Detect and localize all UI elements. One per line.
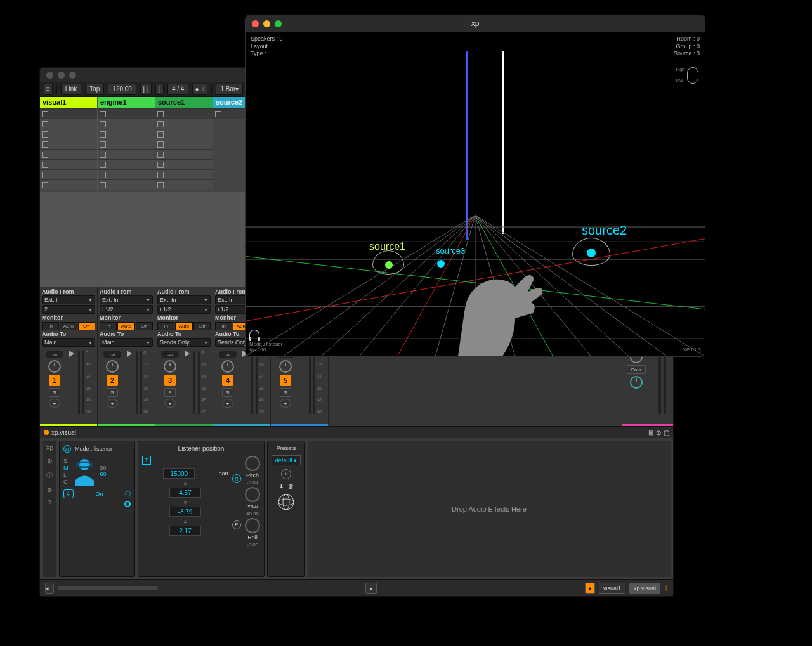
selected-track-label[interactable]: visual1: [599, 583, 625, 594]
mic-icon[interactable]: ⇩: [63, 489, 74, 498]
gain-readout[interactable]: -∞: [219, 351, 237, 358]
x-field[interactable]: 4.57: [169, 488, 201, 498]
audio-from-select[interactable]: Ext. In▼: [100, 295, 153, 304]
device-on-icon[interactable]: [44, 430, 49, 435]
device-save-icon[interactable]: ⊙: [656, 429, 661, 436]
audio-to-select[interactable]: Main▼: [100, 338, 153, 347]
clip-slot[interactable]: [40, 169, 97, 179]
solo-button[interactable]: S: [164, 388, 176, 397]
m-label[interactable]: M: [63, 465, 69, 471]
clip-slot[interactable]: [40, 129, 97, 139]
cue-knob[interactable]: [630, 376, 643, 389]
gain-readout[interactable]: -∞: [103, 351, 121, 358]
clip-slot[interactable]: [98, 159, 155, 169]
traffic-light-max[interactable]: [69, 72, 76, 79]
clip-slot[interactable]: [98, 179, 155, 190]
monitor-off[interactable]: Off: [78, 322, 95, 330]
yaw-dial[interactable]: [245, 487, 260, 502]
link-button[interactable]: Link: [61, 84, 81, 95]
clip-slot[interactable]: [155, 149, 213, 159]
master-fader[interactable]: [657, 351, 671, 414]
solo-button[interactable]: Solo: [627, 365, 646, 374]
record-arm-button[interactable]: ●: [49, 399, 60, 408]
monitor-off[interactable]: Off: [193, 322, 211, 330]
roll-dial[interactable]: [245, 518, 260, 533]
small-info-icon[interactable]: ⓘ: [125, 490, 131, 498]
y-field[interactable]: -3.79: [169, 507, 201, 517]
pan-knob[interactable]: [279, 360, 292, 373]
traffic-light-close[interactable]: [252, 20, 259, 27]
clip-slot[interactable]: [40, 149, 97, 159]
monitor-in[interactable]: In: [42, 322, 59, 330]
drop-audio-effects[interactable]: Drop Audio Effects Here: [308, 441, 671, 577]
clip-slot[interactable]: [98, 169, 155, 179]
pitch-dial[interactable]: [245, 456, 260, 471]
volume-fader[interactable]: 01224364860: [77, 351, 91, 414]
clip-slot[interactable]: [98, 139, 155, 149]
record-arm-button[interactable]: ●: [164, 399, 176, 408]
record-arm-button[interactable]: ●: [107, 399, 118, 408]
monitor-in[interactable]: In: [100, 322, 117, 330]
clip-slot[interactable]: [98, 119, 155, 129]
tempo-field[interactable]: 120.00: [108, 84, 136, 95]
clip-slot[interactable]: [40, 119, 97, 129]
volume-fader[interactable]: 01224364860: [134, 351, 148, 414]
clip-slot[interactable]: [98, 149, 155, 159]
clip-slot[interactable]: [40, 179, 97, 190]
record-arm-button[interactable]: ●: [222, 399, 233, 408]
play-icon[interactable]: ▸: [365, 583, 377, 594]
traffic-light-close[interactable]: [46, 72, 53, 79]
r-badge[interactable]: R: [63, 445, 71, 453]
quantize-menu[interactable]: 1 Bar ▾: [216, 84, 243, 95]
globe-icon[interactable]: ⊕: [47, 486, 52, 493]
device-collapse-icon[interactable]: ⊞: [648, 429, 653, 436]
track-header[interactable]: visual1: [40, 97, 97, 108]
audio-from-select[interactable]: Ext. In▼: [157, 295, 211, 304]
volume-fader[interactable]: 01224364860: [250, 351, 264, 414]
back-icon[interactable]: ◂: [45, 583, 54, 594]
monitor-auto[interactable]: Auto: [60, 322, 77, 330]
menu-icon[interactable]: ≡: [44, 84, 53, 95]
pan-knob[interactable]: [48, 360, 61, 373]
clip-slot[interactable]: [155, 108, 213, 119]
track-visual1[interactable]: visual1: [40, 97, 97, 192]
z-field[interactable]: 2.17: [169, 526, 201, 536]
source1-ball[interactable]: [385, 261, 393, 269]
source2-ball[interactable]: [587, 249, 596, 257]
monitor-in[interactable]: In: [215, 322, 232, 330]
r-badge-2[interactable]: R: [232, 474, 241, 483]
monitor-off[interactable]: Off: [136, 322, 153, 330]
gain-readout[interactable]: -∞: [161, 351, 179, 358]
clip-slot[interactable]: [155, 159, 213, 169]
track-activator[interactable]: 5: [280, 375, 291, 386]
val-60[interactable]: 60: [100, 471, 107, 477]
pan-knob[interactable]: [164, 360, 176, 373]
preset-select[interactable]: default ▾: [272, 455, 301, 465]
traffic-light-min[interactable]: [263, 20, 270, 27]
xp-3d-scene[interactable]: source1 source3 source2: [246, 51, 705, 356]
selected-device-label[interactable]: xp.visual: [629, 583, 660, 594]
device-float-icon[interactable]: ▢: [664, 429, 669, 436]
time-signature[interactable]: 4 / 4: [167, 84, 188, 95]
device-titlebar[interactable]: xp.visual ⊞ ⊙ ▢: [40, 427, 673, 438]
p-badge[interactable]: P: [232, 520, 241, 529]
device-indicator-icon[interactable]: ▲: [585, 583, 595, 594]
pan-knob[interactable]: [221, 360, 234, 373]
track-activator[interactable]: 1: [49, 375, 60, 386]
monitor-auto[interactable]: Auto: [117, 322, 134, 330]
solo-button[interactable]: S: [222, 388, 233, 397]
t-badge[interactable]: T: [142, 456, 151, 465]
audio-from-select[interactable]: Ext. In▼: [42, 295, 95, 304]
audio-to-select[interactable]: Sends Only▼: [157, 338, 211, 347]
save-preset-icon[interactable]: ⬇: [279, 483, 284, 489]
solo-button[interactable]: S: [107, 388, 118, 397]
monitor-in[interactable]: In: [157, 322, 174, 330]
help-icon[interactable]: ?: [48, 500, 51, 507]
traffic-light-min[interactable]: [58, 72, 65, 79]
overview-scrollbar[interactable]: [58, 586, 158, 590]
tap-button[interactable]: Tap: [85, 84, 104, 95]
metronome-toggle-icon[interactable]: ●〈: [192, 84, 207, 95]
record-arm-button[interactable]: ●: [280, 399, 291, 408]
port-field[interactable]: 15000: [163, 468, 195, 479]
track-activator[interactable]: 4: [222, 375, 233, 386]
